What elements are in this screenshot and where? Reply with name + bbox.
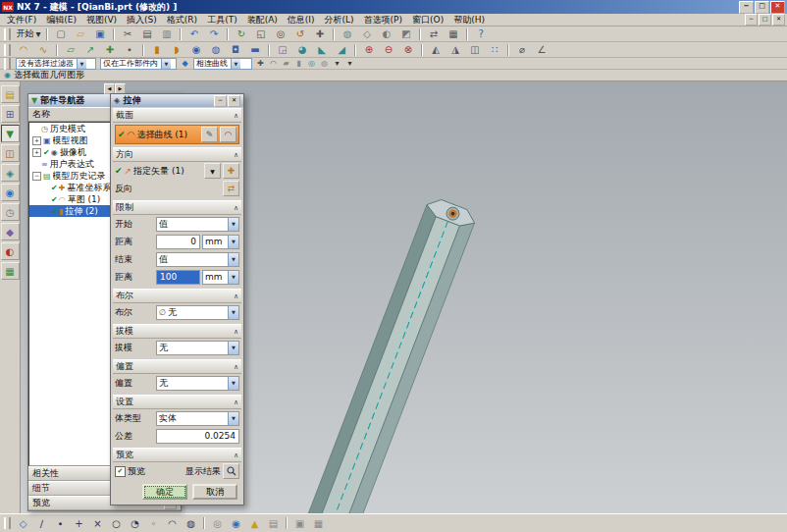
redo-button[interactable]: ↷ bbox=[205, 27, 224, 42]
help-button[interactable]: ? bbox=[472, 27, 491, 42]
expand-toggle[interactable]: − bbox=[32, 172, 41, 181]
scope-combo[interactable]: 仅在工作部件内 ▼ bbox=[100, 58, 177, 70]
shaded-display-button[interactable]: ◍ bbox=[339, 27, 357, 42]
extrude-dialog-titlebar[interactable]: ◈ 拉伸 − ✕ bbox=[111, 94, 243, 107]
start-unit-combo[interactable]: mm ▼ bbox=[202, 235, 239, 249]
reverse-direction-button[interactable]: ⇄ bbox=[223, 181, 239, 196]
pan-button[interactable]: ✚ bbox=[311, 27, 330, 42]
end-option-combo[interactable]: 值 ▼ bbox=[156, 252, 239, 267]
object-analysis-button[interactable]: ∠ bbox=[533, 42, 551, 58]
point-on-face-snap[interactable]: ◍ bbox=[183, 515, 200, 532]
rotate-view-button[interactable]: ↺ bbox=[291, 27, 310, 42]
cancel-button[interactable]: 取消 bbox=[192, 484, 237, 500]
select-body-button[interactable]: ▮ bbox=[293, 58, 305, 69]
feature-checkbox[interactable]: ✔ bbox=[51, 184, 58, 192]
start-menu-button[interactable]: 开始▾ bbox=[15, 27, 43, 42]
end-point-snap[interactable]: ∕ bbox=[33, 515, 51, 532]
menu-preferences[interactable]: 首选项(P) bbox=[359, 14, 407, 27]
offset-combo[interactable]: 无 ▼ bbox=[156, 376, 239, 391]
cut-button[interactable]: ✂ bbox=[119, 27, 137, 42]
sketch-button[interactable]: ◠ bbox=[15, 42, 33, 58]
command-finder-button[interactable]: ◎ bbox=[209, 515, 227, 532]
unite-button[interactable]: ⊕ bbox=[360, 42, 379, 58]
ok-button[interactable]: 确定 bbox=[142, 484, 187, 500]
refresh-button[interactable]: ↻ bbox=[233, 27, 251, 42]
tolerance-input[interactable]: 0.0254 bbox=[156, 429, 239, 444]
new-button[interactable]: ▢ bbox=[52, 27, 71, 42]
roles-tab[interactable]: ◐ bbox=[1, 242, 20, 260]
boss-button[interactable]: ◍ bbox=[207, 42, 226, 58]
undo-button[interactable]: ↶ bbox=[185, 27, 204, 42]
menu-information[interactable]: 信息(I) bbox=[283, 14, 320, 27]
dialog-close-button[interactable]: ✕ bbox=[228, 95, 240, 107]
quadrant-snap[interactable]: ◔ bbox=[127, 515, 144, 532]
preview-checkbox[interactable]: ✔ bbox=[115, 466, 126, 477]
constraint-navigator-tab[interactable]: ⊞ bbox=[1, 105, 20, 123]
dialog-rail-button[interactable]: ▤ bbox=[265, 515, 283, 532]
close-button[interactable]: ✕ bbox=[770, 1, 785, 14]
revolve-button[interactable]: ◗ bbox=[168, 42, 186, 58]
show-hide-button[interactable]: ◐ bbox=[378, 27, 396, 42]
edit-object-display-button[interactable]: ◩ bbox=[397, 27, 416, 42]
select-face-button[interactable]: ▰ bbox=[281, 58, 292, 69]
curve-rule-combo[interactable]: 相连曲线 ▼ bbox=[193, 58, 252, 70]
end-distance-input[interactable]: 100 bbox=[156, 270, 200, 285]
select-curve-row[interactable]: ✔ ◠ 选择曲线 (1) ✎ ◠ bbox=[115, 125, 239, 144]
start-option-combo[interactable]: 值 ▼ bbox=[156, 217, 239, 232]
datum-csys-button[interactable]: ✚ bbox=[101, 42, 120, 58]
expand-toggle[interactable]: + bbox=[32, 136, 41, 145]
draft-combo[interactable]: 无 ▼ bbox=[156, 341, 239, 355]
alerts-button[interactable]: ▲ bbox=[246, 515, 264, 532]
edge-blend-button[interactable]: ◕ bbox=[293, 42, 312, 58]
selection-dropdown-1[interactable]: ▾ bbox=[332, 58, 343, 69]
menu-window[interactable]: 窗口(O) bbox=[407, 14, 448, 27]
reuse-library-tab[interactable]: ◫ bbox=[1, 144, 20, 162]
part-navigator-tab[interactable]: ▼ bbox=[1, 125, 20, 142]
type-filter-combo[interactable]: 没有选择过滤器 ▼ bbox=[16, 58, 96, 70]
menu-tools[interactable]: 工具(T) bbox=[202, 14, 242, 27]
top-selection-toggle[interactable]: ◍ bbox=[319, 58, 331, 69]
subtract-button[interactable]: ⊖ bbox=[380, 42, 398, 58]
sketch-section-button[interactable]: ✎ bbox=[201, 127, 218, 142]
child-close-button[interactable]: ✕ bbox=[772, 14, 785, 26]
history-tab[interactable]: ◷ bbox=[1, 203, 20, 221]
shell-button[interactable]: ◲ bbox=[274, 42, 292, 58]
follow-fillet-button[interactable]: ◠ bbox=[268, 58, 280, 69]
point-on-curve-snap[interactable]: ◠ bbox=[164, 515, 182, 532]
boolean-group-header[interactable]: 布尔 ∧ bbox=[113, 289, 241, 303]
extrude-button[interactable]: ▮ bbox=[148, 42, 167, 58]
pocket-button[interactable]: ◘ bbox=[227, 42, 245, 58]
assembly-navigator-tab[interactable]: ▤ bbox=[1, 85, 20, 103]
menu-assemblies[interactable]: 装配(A) bbox=[242, 14, 283, 27]
feature-checkbox[interactable]: ✔ bbox=[43, 148, 50, 157]
split-body-button[interactable]: ◮ bbox=[446, 42, 465, 58]
feature-checkbox[interactable]: ✔ bbox=[51, 207, 58, 216]
measure-distance-button[interactable]: ⌀ bbox=[513, 42, 532, 58]
direction-group-header[interactable]: 方向 ∧ bbox=[113, 147, 241, 162]
menu-file[interactable]: 文件(F) bbox=[2, 14, 41, 27]
offset-group-header[interactable]: 偏置 ∧ bbox=[113, 359, 241, 374]
intersect-button[interactable]: ⊗ bbox=[399, 42, 418, 58]
child-restore-button[interactable]: □ bbox=[759, 14, 771, 26]
wireframe-display-button[interactable]: ◇ bbox=[358, 27, 377, 42]
internet-button[interactable]: ◉ bbox=[228, 515, 245, 532]
menu-analysis[interactable]: 分析(L) bbox=[320, 14, 359, 27]
toolbar-grip[interactable] bbox=[4, 58, 11, 70]
point-button[interactable]: ∙ bbox=[121, 42, 139, 58]
mid-point-snap[interactable]: ∙ bbox=[52, 515, 70, 532]
settings-group-header[interactable]: 设置 ∧ bbox=[113, 395, 241, 409]
toolbar-grip[interactable] bbox=[4, 28, 11, 40]
new-window-button[interactable]: ▦ bbox=[445, 27, 463, 42]
internet-browser-tab[interactable]: ◉ bbox=[1, 184, 20, 201]
end-unit-combo[interactable]: mm ▼ bbox=[202, 270, 239, 285]
pattern-feature-button[interactable]: ∷ bbox=[486, 42, 504, 58]
boolean-combo[interactable]: ∅ 无 ▼ bbox=[156, 305, 239, 320]
minimize-button[interactable]: − bbox=[739, 1, 754, 14]
grid-button[interactable]: ▦ bbox=[310, 515, 328, 532]
body-type-combo[interactable]: 实体 ▼ bbox=[156, 411, 239, 426]
control-point-snap[interactable]: + bbox=[71, 515, 88, 532]
snap-enable-toggle[interactable]: ◇ bbox=[15, 515, 32, 532]
trim-body-button[interactable]: ◭ bbox=[427, 42, 446, 58]
datum-plane-button[interactable]: ▱ bbox=[62, 42, 80, 58]
menu-help[interactable]: 帮助(H) bbox=[448, 14, 490, 27]
